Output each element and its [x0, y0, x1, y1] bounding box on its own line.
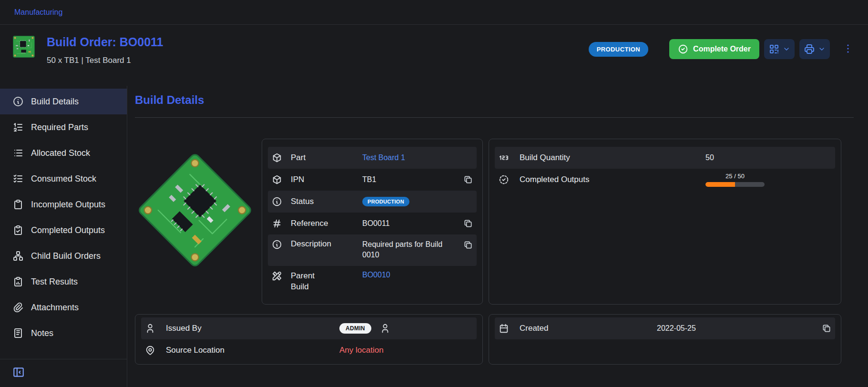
- list-icon: [12, 147, 24, 159]
- pcb-image: [133, 149, 256, 271]
- detail-label-issued-by: Issued By: [166, 324, 339, 333]
- sidebar-item-consumed-stock[interactable]: Consumed Stock: [0, 166, 127, 192]
- info-circle-icon: [272, 239, 282, 250]
- build-thumbnail-image[interactable]: [12, 35, 35, 58]
- user-icon: [380, 323, 390, 334]
- issue-panel: Issued By ADMIN Source Location Any loca…: [135, 314, 483, 365]
- detail-row-description: Description Required parts for Build 001…: [268, 234, 477, 266]
- sidebar-collapse-icon: [12, 366, 25, 378]
- hash-icon: [272, 218, 282, 229]
- detail-row-status: Status PRODUCTION: [268, 191, 477, 213]
- build-quantity-value: 50: [705, 153, 831, 162]
- sidebar-item-attachments[interactable]: Attachments: [0, 295, 127, 320]
- reference-value: BO0011: [362, 219, 458, 228]
- dates-panel: Created 2022-05-25: [489, 314, 841, 365]
- copy-icon[interactable]: [463, 240, 473, 250]
- ipn-value: TB1: [362, 175, 458, 184]
- progress-label: 25 / 50: [725, 173, 745, 180]
- part-link[interactable]: Test Board 1: [362, 153, 458, 162]
- sidebar-item-completed-outputs[interactable]: Completed Outputs: [0, 217, 127, 243]
- info-circle-icon: [272, 196, 282, 207]
- build-details-panel: Part Test Board 1 IPN TB1 Status PRODUCT…: [262, 139, 483, 305]
- part-image[interactable]: [135, 139, 255, 282]
- copy-icon[interactable]: [463, 219, 473, 228]
- barcode-actions-button[interactable]: [764, 39, 795, 59]
- issued-by-badge: ADMIN: [339, 323, 371, 334]
- dots-vertical-icon: [842, 43, 854, 54]
- page-title: Build Order: BO0011: [47, 35, 163, 49]
- paperclip-icon: [12, 302, 24, 313]
- sidebar-item-label: Allocated Stock: [31, 148, 90, 158]
- copy-icon[interactable]: [822, 324, 831, 333]
- clipboard-data-icon: [12, 276, 24, 287]
- sidebar-item-child-build-orders[interactable]: Child Build Orders: [0, 243, 127, 269]
- status-badge-small: PRODUCTION: [362, 197, 409, 206]
- sidebar-footer: [0, 359, 127, 387]
- map-pin-icon: [145, 345, 155, 356]
- detail-row-completed-outputs: Completed Outputs 25 / 50: [495, 169, 835, 191]
- list-numbers-icon: [12, 122, 24, 133]
- page-subtitle: 50 x TB1 | Test Board 1: [47, 56, 163, 65]
- progress-track: [705, 182, 765, 187]
- sidebar-item-build-details[interactable]: Build Details: [0, 89, 127, 114]
- detail-label-source-location: Source Location: [166, 346, 339, 355]
- header-title-block: Build Order: BO0011 50 x TB1 | Test Boar…: [12, 32, 163, 65]
- print-actions-button[interactable]: [799, 39, 830, 59]
- sidebar-item-allocated-stock[interactable]: Allocated Stock: [0, 140, 127, 166]
- detail-label-parent-build: Parent Build: [291, 271, 324, 293]
- calendar-icon: [499, 323, 509, 334]
- parent-build-link[interactable]: BO0010: [362, 271, 458, 279]
- sitemap-icon: [12, 250, 24, 262]
- more-actions-button[interactable]: [842, 43, 854, 56]
- sidebar-item-label: Child Build Orders: [31, 251, 101, 261]
- breadcrumb-link-manufacturing[interactable]: Manufacturing: [14, 8, 62, 17]
- notes-icon: [12, 327, 24, 339]
- numbers-123-icon: [499, 153, 509, 163]
- complete-order-label: Complete Order: [693, 45, 751, 53]
- tools-icon: [272, 271, 282, 281]
- sidebar-item-label: Attachments: [31, 303, 79, 313]
- collapse-sidebar-button[interactable]: [12, 366, 25, 380]
- sidebar-item-required-parts[interactable]: Required Parts: [0, 114, 127, 140]
- detail-row-ipn: IPN TB1: [268, 169, 477, 191]
- detail-label-completed-outputs: Completed Outputs: [520, 175, 705, 184]
- copy-icon[interactable]: [463, 175, 473, 184]
- detail-label-description: Description: [291, 239, 362, 249]
- description-value: Required parts for Build 0010: [362, 239, 444, 260]
- detail-label-created: Created: [520, 324, 657, 333]
- completed-outputs-progress: 25 / 50: [705, 171, 765, 189]
- sidebar-item-label: Test Results: [31, 277, 78, 287]
- progress-check-icon: [499, 174, 509, 185]
- qr-code-icon: [768, 43, 780, 55]
- list-check-icon: [12, 173, 24, 184]
- info-circle-icon: [12, 96, 24, 107]
- printer-icon: [804, 43, 815, 55]
- complete-order-button[interactable]: Complete Order: [669, 39, 759, 59]
- created-value: 2022-05-25: [657, 324, 814, 333]
- user-icon: [145, 323, 155, 334]
- detail-row-parent-build: Parent Build BO0010: [268, 266, 477, 297]
- detail-label-part: Part: [291, 153, 362, 163]
- source-location-value: Any location: [339, 346, 473, 355]
- sidebar-item-incomplete-outputs[interactable]: Incomplete Outputs: [0, 192, 127, 217]
- section-title: Build Details: [135, 93, 854, 118]
- clipboard-icon: [12, 199, 24, 210]
- circle-check-icon: [678, 44, 688, 54]
- detail-row-part: Part Test Board 1: [268, 147, 477, 169]
- clipboard-check-icon: [12, 224, 24, 236]
- header-actions: PRODUCTION Complete Order: [589, 32, 854, 59]
- detail-label-reference: Reference: [291, 219, 362, 228]
- sidebar-item-notes[interactable]: Notes: [0, 320, 127, 346]
- main-content: Build Details Part Test Board 1 I: [127, 86, 868, 387]
- detail-row-reference: Reference BO0011: [268, 213, 477, 234]
- page-header: Build Order: BO0011 50 x TB1 | Test Boar…: [0, 25, 868, 86]
- chevron-down-icon: [818, 45, 826, 53]
- package-icon: [272, 174, 282, 185]
- detail-label-ipn: IPN: [291, 175, 362, 184]
- breadcrumb: Manufacturing: [0, 0, 868, 25]
- sidebar-item-label: Completed Outputs: [31, 225, 105, 235]
- sidebar-item-label: Build Details: [31, 97, 79, 107]
- detail-row-created: Created 2022-05-25: [495, 317, 835, 339]
- completed-outputs-progress-fill: [705, 182, 735, 187]
- sidebar-item-test-results[interactable]: Test Results: [0, 269, 127, 295]
